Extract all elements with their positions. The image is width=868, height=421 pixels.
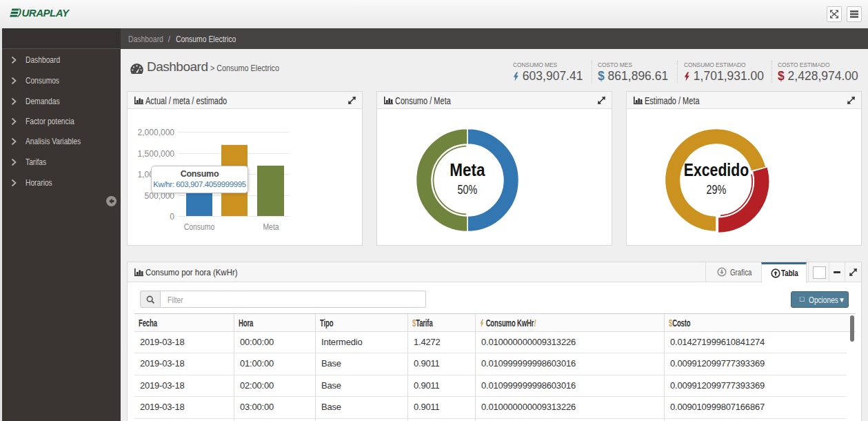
svg-text:URAPLAY: URAPLAY — [22, 7, 70, 19]
